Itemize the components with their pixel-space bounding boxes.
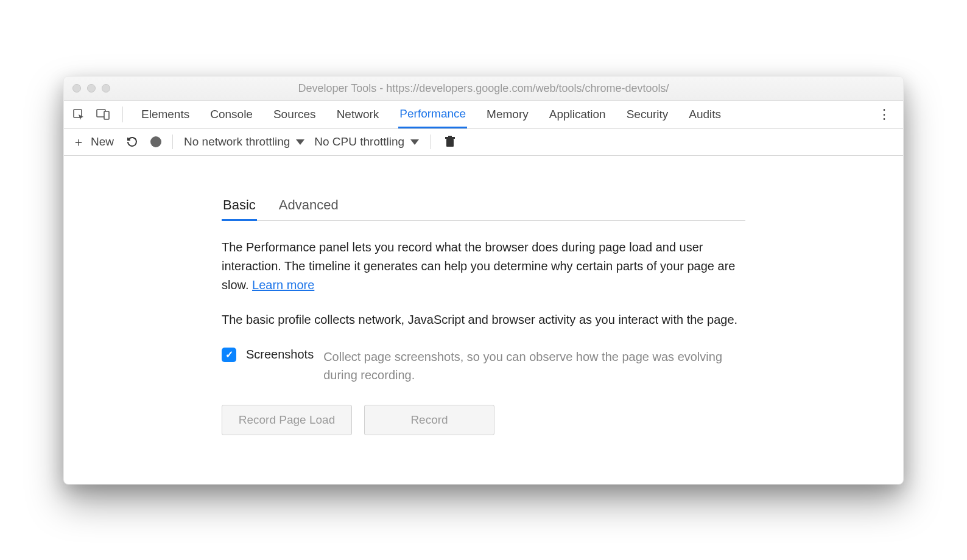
divider	[122, 107, 123, 122]
record-circle-icon[interactable]	[150, 136, 161, 147]
tab-network[interactable]: Network	[336, 102, 381, 127]
maximize-icon[interactable]	[102, 84, 110, 93]
performance-toolbar: ＋ New No network throttling No CPU throt…	[64, 129, 903, 156]
chevron-down-icon	[410, 139, 419, 145]
screenshots-label: Screenshots	[246, 348, 314, 362]
action-buttons: Record Page Load Record	[222, 405, 745, 435]
tab-application[interactable]: Application	[548, 102, 607, 127]
check-icon: ✓	[225, 349, 233, 360]
titlebar: Developer Tools - https://developers.goo…	[64, 77, 903, 101]
network-throttling-dropdown[interactable]: No network throttling	[184, 135, 304, 149]
close-icon[interactable]	[72, 84, 81, 93]
trash-icon[interactable]	[441, 133, 459, 150]
window-title: Developer Tools - https://developers.goo…	[72, 82, 895, 95]
subtab-advanced[interactable]: Advanced	[278, 192, 340, 220]
main-tabbar: Elements Console Sources Network Perform…	[64, 101, 903, 129]
panel-tabs: Elements Console Sources Network Perform…	[140, 101, 864, 128]
panel-description: The Performance panel lets you record wh…	[222, 238, 745, 295]
reload-icon[interactable]	[124, 133, 141, 150]
subtab-basic[interactable]: Basic	[222, 192, 257, 221]
tab-audits[interactable]: Audits	[687, 102, 722, 127]
basic-note: The basic profile collects network, Java…	[222, 310, 745, 329]
devtools-window: Developer Tools - https://developers.goo…	[63, 76, 904, 485]
svg-rect-2	[104, 111, 109, 119]
tab-performance[interactable]: Performance	[398, 101, 467, 128]
subtab-row: Basic Advanced	[222, 192, 745, 221]
learn-more-link[interactable]: Learn more	[252, 278, 314, 292]
chevron-down-icon	[296, 139, 304, 145]
screenshots-checkbox[interactable]: ✓	[222, 348, 236, 362]
content-area: Basic Advanced The Performance panel let…	[64, 156, 903, 484]
minimize-icon[interactable]	[87, 84, 96, 93]
record-page-load-button[interactable]: Record Page Load	[222, 405, 352, 435]
cpu-throttling-dropdown[interactable]: No CPU throttling	[314, 135, 419, 149]
performance-panel: Basic Advanced The Performance panel let…	[222, 192, 745, 435]
tab-sources[interactable]: Sources	[272, 102, 317, 127]
screenshots-help: Collect page screenshots, so you can obs…	[323, 348, 745, 384]
overflow-menu-icon[interactable]: ⋮	[871, 107, 897, 122]
tab-memory[interactable]: Memory	[485, 102, 530, 127]
tab-elements[interactable]: Elements	[140, 102, 191, 127]
tab-console[interactable]: Console	[209, 102, 254, 127]
network-throttling-label: No network throttling	[184, 135, 290, 149]
device-toolbar-icon[interactable]	[94, 106, 111, 123]
cpu-throttling-label: No CPU throttling	[314, 135, 404, 149]
screenshots-option: ✓ Screenshots Collect page screenshots, …	[222, 348, 745, 384]
tab-security[interactable]: Security	[625, 102, 670, 127]
divider	[172, 135, 173, 149]
inspect-element-icon[interactable]	[70, 106, 87, 123]
divider	[430, 135, 431, 149]
plus-icon[interactable]: ＋	[72, 134, 85, 150]
svg-rect-3	[446, 139, 454, 147]
record-button[interactable]: Record	[364, 405, 494, 435]
svg-rect-5	[448, 136, 452, 138]
new-button[interactable]: New	[91, 135, 114, 149]
traffic-lights	[72, 84, 110, 93]
